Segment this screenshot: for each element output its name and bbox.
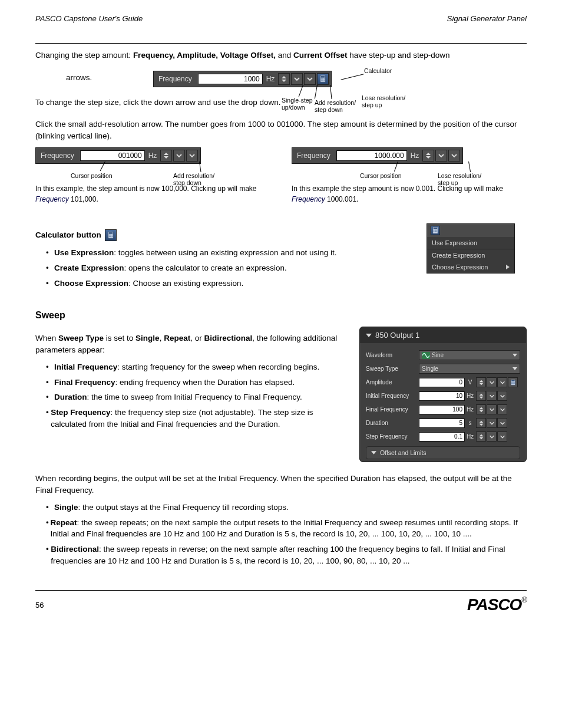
sine-icon — [422, 352, 430, 359]
calc-title-row: Calculator button — [35, 229, 405, 241]
callout-resdn: Lose resolution/step up — [362, 94, 405, 108]
res-stepdown-button[interactable] — [487, 391, 497, 401]
sweep-select[interactable]: Single — [419, 364, 520, 374]
frequency-control-left: Frequency Hz — [35, 147, 201, 164]
panel-header[interactable]: 850 Output 1 — [360, 327, 526, 343]
intro-paragraph: Changing the step amount: Frequency, Amp… — [35, 50, 527, 61]
bullet-repeat: •Repeat: the sweep repeats; on the next … — [46, 517, 527, 540]
offset-limits-row[interactable]: Offset and Limits — [366, 446, 520, 459]
res-stepdown-button[interactable] — [435, 150, 447, 162]
dur-input[interactable] — [419, 419, 465, 428]
step-updown-button[interactable] — [476, 391, 486, 401]
expression-menu: Use Expression Create Expression Choose … — [427, 223, 515, 274]
callout-resup: Add resolution/step down — [315, 99, 356, 113]
res-stepup-button[interactable] — [497, 418, 507, 428]
chevron-down-icon — [513, 354, 517, 357]
res-stepup-button[interactable] — [186, 150, 198, 162]
bullet-bidir: •Bidirectional: the sweep repeats in rev… — [46, 543, 527, 566]
tri-down-icon — [371, 451, 376, 454]
res-stepup-button[interactable] — [448, 150, 460, 162]
menu-choose-expression[interactable]: Choose Expression — [427, 261, 514, 273]
calculator-button[interactable] — [508, 377, 518, 387]
waveform-select[interactable]: Sine — [419, 350, 520, 360]
res-stepdown-button[interactable] — [487, 418, 497, 428]
calculator-icon — [105, 229, 117, 241]
res-stepup-button[interactable] — [497, 391, 507, 401]
calc-bullet-use: •Use Expression: toggles between using a… — [46, 247, 405, 259]
note-left: In this example, the step amount is now … — [35, 184, 270, 205]
finalf-input[interactable] — [419, 405, 465, 414]
initf-input[interactable] — [419, 391, 465, 401]
freq-label: Frequency — [158, 75, 192, 83]
freq-input-left[interactable] — [80, 150, 145, 161]
calculator-icon[interactable] — [431, 226, 440, 235]
small-res-intro: Click the small add-resolution arrow. Th… — [35, 118, 527, 141]
row-waveform-label: Waveform — [366, 352, 419, 358]
step-updown-button[interactable] — [160, 150, 172, 162]
callout-resbtn-right: Lose resolution/step up — [438, 172, 481, 186]
calculator-button[interactable] — [317, 73, 329, 85]
step-updown-button[interactable] — [476, 404, 486, 414]
intro-after: To change the step size, click the down … — [35, 97, 527, 108]
bullet-dur: •Duration: the time to sweep from Initia… — [46, 391, 338, 403]
header-right: Signal Generator Panel — [447, 14, 527, 23]
tri-down-icon — [366, 334, 372, 337]
res-stepdown-button[interactable] — [487, 431, 497, 442]
freq-unit: Hz — [266, 75, 275, 83]
bullet-stepf: •Step Frequency: the frequency step size… — [46, 407, 338, 430]
callout-resbtn-left: Add resolution/step down — [173, 172, 214, 186]
bullet-initf: •Initial Frequency: starting frequency f… — [46, 361, 338, 373]
calc-bullet-create: •Create Expression: opens the calculator… — [46, 262, 405, 274]
amp-input[interactable] — [419, 378, 465, 387]
step-updown-button[interactable] — [476, 431, 486, 442]
frequency-control-main: Frequency Hz — [153, 71, 332, 87]
note-right: In this example the step amount is now 0… — [292, 184, 527, 205]
res-stepdown-button[interactable] — [291, 73, 303, 85]
footer-rule — [35, 590, 527, 591]
brand-logo: PASCO® — [467, 595, 527, 614]
res-stepdown-button[interactable] — [173, 150, 185, 162]
sweep-explain-intro: When recording begins, the output will b… — [35, 473, 527, 496]
panel-title: 850 Output 1 — [375, 331, 419, 340]
header-rule — [35, 43, 527, 44]
res-stepdown-button[interactable] — [487, 404, 497, 414]
step-updown-button[interactable] — [278, 73, 290, 85]
arrows-word: arrows. — [66, 73, 92, 82]
freq-input-right[interactable] — [336, 150, 407, 161]
callout-cursor-right: Cursor position — [360, 172, 402, 179]
step-updown-button[interactable] — [422, 150, 434, 162]
chevron-down-icon — [513, 367, 517, 370]
sweep-intro: When Sweep Type is set to Single, Repeat… — [35, 332, 338, 355]
step-updown-button[interactable] — [476, 377, 486, 387]
bullet-single: •Single: the output stays at the Final F… — [46, 502, 527, 513]
bullet-finalf: •Final Frequency: ending frequency when … — [46, 377, 338, 388]
row-sweep-label: Sweep Type — [366, 365, 419, 372]
step-updown-button[interactable] — [476, 418, 486, 428]
callout-calc: Calculator — [364, 67, 392, 74]
freq-input[interactable] — [198, 74, 263, 84]
res-stepup-button[interactable] — [497, 377, 507, 387]
callout-updown: Single-stepup/down — [282, 97, 313, 111]
callout-cursor-left: Cursor position — [71, 172, 113, 179]
res-stepup-button[interactable] — [304, 73, 316, 85]
res-stepdown-button[interactable] — [487, 377, 497, 387]
stepf-input[interactable] — [419, 432, 465, 442]
chevron-right-icon — [506, 265, 510, 269]
calc-bullet-choose: •Choose Expression: Choose an existing e… — [46, 278, 405, 289]
menu-create-expression[interactable]: Create Expression — [427, 249, 514, 261]
header-left: PASCO Capstone User's Guide — [35, 14, 143, 23]
page-number: 56 — [35, 601, 44, 610]
res-stepup-button[interactable] — [497, 404, 507, 414]
frequency-control-right: Frequency Hz — [292, 147, 463, 164]
sweep-heading: Sweep — [35, 310, 527, 321]
res-stepup-button[interactable] — [497, 431, 507, 442]
menu-use-expression[interactable]: Use Expression — [427, 237, 514, 249]
output-panel: 850 Output 1 Waveform Sine Sweep Type Si… — [359, 327, 527, 462]
